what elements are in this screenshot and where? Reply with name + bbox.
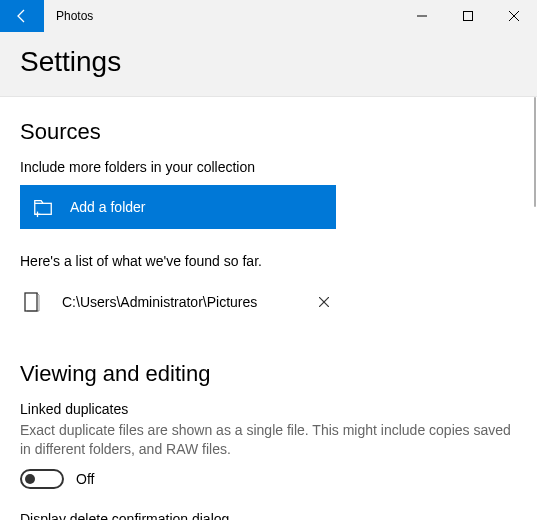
minimize-icon <box>417 11 427 21</box>
scrollbar[interactable] <box>531 97 537 520</box>
svg-rect-7 <box>25 293 37 311</box>
scrollbar-thumb[interactable] <box>534 97 536 207</box>
page-header: Settings <box>0 32 537 97</box>
folder-icon-wrap <box>20 291 44 313</box>
add-folder-button[interactable]: Add a folder <box>20 185 336 229</box>
close-button[interactable] <box>491 0 537 32</box>
add-folder-icon <box>32 196 54 218</box>
folder-path: C:\Users\Administrator\Pictures <box>62 294 292 310</box>
window-controls <box>399 0 537 32</box>
arrow-left-icon <box>14 8 30 24</box>
sources-title: Sources <box>20 119 511 145</box>
page-title: Settings <box>20 46 517 78</box>
content-wrap: Sources Include more folders in your col… <box>0 97 537 520</box>
sources-include-text: Include more folders in your collection <box>20 159 511 175</box>
maximize-button[interactable] <box>445 0 491 32</box>
minimize-button[interactable] <box>399 0 445 32</box>
toggle-knob <box>25 474 35 484</box>
linked-duplicates-state: Off <box>76 471 94 487</box>
maximize-icon <box>463 11 473 21</box>
add-folder-label: Add a folder <box>70 199 146 215</box>
content: Sources Include more folders in your col… <box>0 97 531 520</box>
viewing-title: Viewing and editing <box>20 361 511 387</box>
folder-row: C:\Users\Administrator\Pictures <box>20 283 511 321</box>
svg-rect-1 <box>464 12 473 21</box>
close-icon <box>509 11 519 21</box>
app-title: Photos <box>44 0 399 32</box>
linked-duplicates-label: Linked duplicates <box>20 401 511 417</box>
delete-confirm-label: Display delete confirmation dialog <box>20 511 511 520</box>
x-icon <box>319 297 329 307</box>
found-so-far-text: Here's a list of what we've found so far… <box>20 253 511 269</box>
remove-folder-button[interactable] <box>310 288 338 316</box>
linked-duplicates-toggle-row: Off <box>20 469 511 489</box>
titlebar: Photos <box>0 0 537 32</box>
linked-duplicates-desc: Exact duplicate files are shown as a sin… <box>20 421 511 459</box>
linked-duplicates-toggle[interactable] <box>20 469 64 489</box>
back-button[interactable] <box>0 0 44 32</box>
folder-icon <box>23 291 41 313</box>
